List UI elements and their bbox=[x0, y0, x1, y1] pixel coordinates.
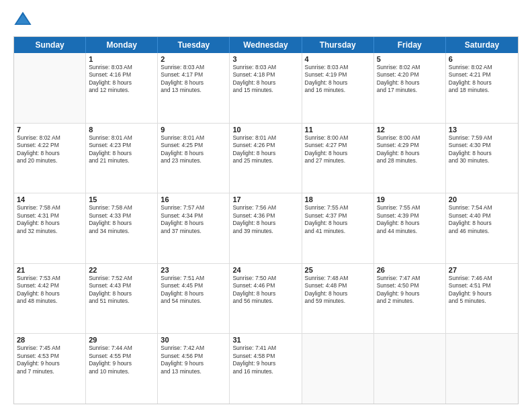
cell-line: Sunset: 4:23 PM bbox=[89, 142, 154, 149]
cell-line: and 48 minutes. bbox=[17, 298, 83, 305]
cell-line: Sunset: 4:30 PM bbox=[449, 142, 515, 149]
cell-line: Sunrise: 8:03 AM bbox=[305, 64, 371, 71]
cell-line: Sunrise: 8:02 AM bbox=[377, 64, 443, 71]
cell-line: Sunrise: 8:00 AM bbox=[305, 134, 371, 142]
day-cell-17: 17Sunrise: 7:56 AMSunset: 4:36 PMDayligh… bbox=[230, 193, 302, 263]
day-number: 18 bbox=[305, 195, 371, 203]
cell-line: Sunset: 4:25 PM bbox=[161, 142, 226, 149]
cell-line: Sunrise: 8:03 AM bbox=[161, 64, 226, 71]
day-cell-2: 2Sunrise: 8:03 AMSunset: 4:17 PMDaylight… bbox=[158, 53, 230, 123]
day-number: 16 bbox=[161, 195, 226, 203]
cell-line: Sunrise: 7:55 AM bbox=[377, 204, 443, 212]
cell-line: and 13 minutes. bbox=[161, 87, 226, 94]
cell-line: and 16 minutes. bbox=[305, 87, 371, 94]
cell-line: Daylight: 8 hours bbox=[161, 79, 226, 87]
cell-line: Daylight: 9 hours bbox=[377, 290, 443, 298]
cell-line: Daylight: 8 hours bbox=[232, 290, 298, 298]
cell-line: Sunrise: 8:00 AM bbox=[377, 134, 443, 142]
cell-line: Daylight: 8 hours bbox=[89, 150, 154, 157]
cell-line: Sunrise: 7:50 AM bbox=[232, 275, 298, 282]
calendar: SundayMondayTuesdayWednesdayThursdayFrid… bbox=[13, 36, 519, 404]
cell-line: Sunrise: 7:46 AM bbox=[449, 275, 515, 282]
day-number: 21 bbox=[17, 266, 83, 274]
cell-line: Sunset: 4:27 PM bbox=[305, 142, 371, 149]
cell-line: Sunset: 4:45 PM bbox=[161, 282, 226, 289]
cell-line: Daylight: 9 hours bbox=[232, 360, 298, 367]
day-number: 13 bbox=[449, 126, 515, 134]
cell-line: Daylight: 8 hours bbox=[89, 220, 154, 227]
day-cell-11: 11Sunrise: 8:00 AMSunset: 4:27 PMDayligh… bbox=[302, 124, 374, 193]
cell-line: and 15 minutes. bbox=[232, 87, 298, 94]
day-cell-20: 20Sunrise: 7:54 AMSunset: 4:40 PMDayligh… bbox=[446, 193, 518, 263]
cell-line: and 59 minutes. bbox=[305, 298, 371, 305]
cell-line: Sunset: 4:48 PM bbox=[305, 282, 371, 289]
calendar-body: 1Sunrise: 8:03 AMSunset: 4:16 PMDaylight… bbox=[14, 53, 518, 404]
cell-line: and 44 minutes. bbox=[377, 228, 443, 235]
cell-line: Daylight: 8 hours bbox=[17, 290, 83, 298]
day-cell-empty-4-4 bbox=[302, 334, 374, 404]
cell-line: Sunrise: 7:59 AM bbox=[449, 134, 515, 142]
cell-line: Sunrise: 7:51 AM bbox=[161, 275, 226, 282]
logo bbox=[13, 11, 35, 30]
cell-line: and 46 minutes. bbox=[449, 228, 515, 235]
cell-line: Sunrise: 8:03 AM bbox=[89, 64, 154, 71]
weekday-header-monday: Monday bbox=[86, 37, 158, 53]
cell-line: Sunset: 4:17 PM bbox=[161, 71, 226, 79]
cell-line: and 20 minutes. bbox=[17, 157, 83, 165]
page: SundayMondayTuesdayWednesdayThursdayFrid… bbox=[0, 0, 532, 411]
cell-line: Sunrise: 7:54 AM bbox=[449, 204, 515, 212]
cell-line: and 56 minutes. bbox=[232, 298, 298, 305]
weekday-header-sunday: Sunday bbox=[14, 37, 86, 53]
day-number: 4 bbox=[305, 55, 371, 63]
day-cell-4: 4Sunrise: 8:03 AMSunset: 4:19 PMDaylight… bbox=[302, 53, 374, 123]
day-cell-3: 3Sunrise: 8:03 AMSunset: 4:18 PMDaylight… bbox=[230, 53, 302, 123]
day-number: 26 bbox=[377, 266, 443, 274]
cell-line: Daylight: 8 hours bbox=[449, 220, 515, 227]
cell-line: Sunset: 4:18 PM bbox=[232, 71, 298, 79]
cell-line: Sunset: 4:39 PM bbox=[377, 212, 443, 220]
day-number: 27 bbox=[449, 266, 515, 274]
weekday-header-thursday: Thursday bbox=[302, 37, 374, 53]
day-cell-29: 29Sunrise: 7:44 AMSunset: 4:55 PMDayligh… bbox=[86, 334, 158, 404]
cell-line: Sunset: 4:58 PM bbox=[232, 353, 298, 360]
cell-line: and 16 minutes. bbox=[232, 368, 298, 375]
calendar-row-3: 14Sunrise: 7:58 AMSunset: 4:31 PMDayligh… bbox=[14, 193, 518, 264]
cell-line: and 37 minutes. bbox=[161, 228, 226, 235]
day-number: 15 bbox=[89, 195, 154, 203]
calendar-row-5: 28Sunrise: 7:45 AMSunset: 4:53 PMDayligh… bbox=[14, 334, 518, 404]
cell-line: Sunrise: 8:02 AM bbox=[449, 64, 515, 71]
cell-line: and 17 minutes. bbox=[377, 87, 443, 94]
day-number: 28 bbox=[17, 336, 83, 344]
day-number: 8 bbox=[89, 126, 154, 134]
cell-line: Sunrise: 7:53 AM bbox=[17, 275, 83, 282]
cell-line: Daylight: 8 hours bbox=[449, 150, 515, 157]
cell-line: Sunset: 4:26 PM bbox=[232, 142, 298, 149]
day-cell-26: 26Sunrise: 7:47 AMSunset: 4:50 PMDayligh… bbox=[374, 264, 446, 334]
cell-line: Daylight: 8 hours bbox=[305, 150, 371, 157]
day-number: 3 bbox=[232, 55, 298, 63]
day-number: 11 bbox=[305, 126, 371, 134]
day-cell-18: 18Sunrise: 7:55 AMSunset: 4:37 PMDayligh… bbox=[302, 193, 374, 263]
day-cell-31: 31Sunrise: 7:41 AMSunset: 4:58 PMDayligh… bbox=[230, 334, 302, 404]
day-number: 23 bbox=[161, 266, 226, 274]
day-cell-10: 10Sunrise: 8:01 AMSunset: 4:26 PMDayligh… bbox=[230, 124, 302, 193]
day-cell-6: 6Sunrise: 8:02 AMSunset: 4:21 PMDaylight… bbox=[446, 53, 518, 123]
day-cell-7: 7Sunrise: 8:02 AMSunset: 4:22 PMDaylight… bbox=[14, 124, 86, 193]
cell-line: Sunset: 4:56 PM bbox=[161, 353, 226, 360]
day-number: 5 bbox=[377, 55, 443, 63]
cell-line: and 10 minutes. bbox=[89, 368, 154, 375]
cell-line: Sunrise: 7:57 AM bbox=[161, 204, 226, 212]
cell-line: Sunset: 4:37 PM bbox=[305, 212, 371, 220]
cell-line: Daylight: 9 hours bbox=[161, 360, 226, 367]
day-number: 29 bbox=[89, 336, 154, 344]
cell-line: Sunset: 4:34 PM bbox=[161, 212, 226, 220]
cell-line: Daylight: 8 hours bbox=[17, 220, 83, 227]
day-number: 7 bbox=[17, 126, 83, 134]
logo-icon bbox=[13, 11, 32, 30]
day-number: 10 bbox=[232, 126, 298, 134]
cell-line: and 21 minutes. bbox=[89, 157, 154, 165]
cell-line: Sunrise: 7:58 AM bbox=[17, 204, 83, 212]
day-cell-9: 9Sunrise: 8:01 AMSunset: 4:25 PMDaylight… bbox=[158, 124, 230, 193]
cell-line: Sunrise: 8:02 AM bbox=[17, 134, 83, 142]
cell-line: Daylight: 8 hours bbox=[449, 79, 515, 87]
